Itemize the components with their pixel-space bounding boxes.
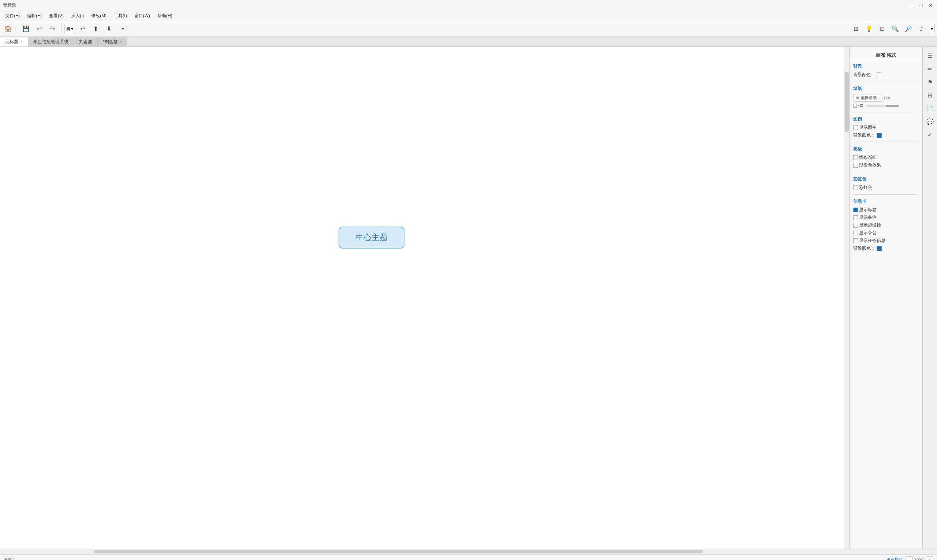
maximize-button[interactable]: □	[918, 2, 925, 9]
share-dropdown[interactable]: ▾	[929, 24, 935, 34]
show-record-checkbox[interactable]	[853, 231, 858, 235]
tab-1[interactable]: 学生信息管理系统	[28, 37, 74, 46]
tab-label-2: 刘金鑫	[79, 39, 92, 45]
menu-item-E[interactable]: 文件(E)	[2, 11, 23, 20]
redo-button[interactable]: ↪	[46, 23, 58, 35]
gradient-label[interactable]: 渐变色效果	[853, 162, 881, 168]
legend-bg-color-row: 背景颜色：	[853, 131, 919, 139]
show-task-row: 显示任务信息	[853, 237, 919, 245]
export-btn[interactable]: ⊟	[876, 23, 888, 35]
rainbow-row: 彩虹色	[853, 184, 919, 191]
list-icon-btn[interactable]: ☰	[924, 50, 936, 62]
show-link-checkbox[interactable]	[853, 223, 858, 228]
divider5	[853, 194, 919, 195]
rainbow-text: 彩虹色	[859, 185, 872, 191]
section-background: 背景 背景颜色：	[849, 61, 922, 80]
save-button[interactable]: 💾	[20, 23, 32, 35]
show-link-label[interactable]: 显示超链接	[853, 222, 881, 228]
horizontal-scrollbar[interactable]	[0, 549, 937, 554]
show-label-checkbox[interactable]	[853, 208, 858, 212]
tab-2[interactable]: 刘金鑫	[74, 37, 98, 46]
minimize-button[interactable]: —	[908, 2, 915, 9]
vertical-scrollbar[interactable]	[844, 47, 849, 549]
show-record-label[interactable]: 显示录音	[853, 230, 877, 236]
bg-color-checkbox[interactable]	[877, 72, 882, 77]
center-node[interactable]: 中心主题	[338, 226, 405, 249]
flag-icon-btn[interactable]: ⚑	[924, 76, 936, 88]
opacity-row: 60	[853, 103, 919, 109]
undo-button[interactable]: ↩	[33, 23, 45, 35]
tab-close-0[interactable]: ×	[20, 40, 23, 44]
show-legend-checkbox[interactable]	[853, 125, 858, 130]
tab-3[interactable]: *刘金鑫×	[98, 37, 128, 46]
doc-icon-btn[interactable]: 📄	[924, 103, 936, 114]
line-taper-row: 线条渐细	[853, 154, 919, 162]
choose-wallpaper-button[interactable]: ⊞ 选择墙纸...	[853, 94, 882, 102]
panel-header: 画布 格式	[849, 49, 922, 61]
line-taper-label[interactable]: 线条渐细	[853, 154, 877, 161]
hscroll-thumb[interactable]	[94, 550, 703, 554]
home-button[interactable]: 🏠	[2, 23, 14, 35]
show-label-label[interactable]: 显示标签	[853, 207, 877, 213]
line-taper-text: 线条渐细	[859, 154, 877, 161]
tab-0[interactable]: 无标题×	[0, 37, 28, 46]
format-btn4[interactable]: ⬇	[103, 23, 115, 35]
share-btn[interactable]: ⤴	[916, 23, 928, 35]
format-dropdown[interactable]: ▤▾	[65, 24, 75, 34]
close-button[interactable]: ✕	[928, 2, 934, 9]
line-taper-checkbox[interactable]	[853, 155, 858, 160]
legend-color-swatch[interactable]	[877, 133, 882, 138]
menu-item-E[interactable]: 编辑(E)	[23, 11, 45, 20]
lightbulb-btn[interactable]: 💡	[863, 23, 875, 35]
zoom-level: 100%	[914, 558, 925, 560]
opacity-slider[interactable]	[866, 105, 899, 107]
vscroll-thumb[interactable]	[845, 72, 849, 132]
show-note-label[interactable]: 显示备注	[853, 214, 877, 221]
check-icon-btn[interactable]: ✓	[924, 129, 936, 140]
menu-item-H[interactable]: 帮助(H)	[154, 11, 176, 20]
rainbow-checkbox[interactable]	[853, 185, 858, 190]
format-btn3[interactable]: ⬆	[90, 23, 102, 35]
show-legend-label[interactable]: 显示图例	[853, 125, 877, 131]
canvas-area[interactable]: 中心主题	[0, 47, 844, 549]
gradient-text: 渐变色效果	[859, 162, 881, 168]
menu-item-I[interactable]: 插入(I)	[67, 11, 88, 20]
zoom-fit-btn[interactable]: 🔍	[889, 23, 901, 35]
zoom-out-button[interactable]: −	[906, 556, 913, 560]
opacity-checkbox[interactable]	[853, 104, 857, 108]
section-wallpaper-title: 墙纸	[853, 86, 919, 92]
menu-item-M[interactable]: 修改(M)	[88, 11, 110, 20]
show-label-text: 显示标签	[859, 207, 877, 213]
menu-item-W[interactable]: 窗口(W)	[131, 11, 154, 20]
tab-label-1: 学生信息管理系统	[33, 39, 68, 45]
chat-icon-btn[interactable]: 💬	[924, 115, 936, 128]
zoom-in-button[interactable]: +	[926, 556, 933, 560]
format-btn2[interactable]: ↩	[77, 23, 88, 35]
opacity-value: 60	[858, 103, 863, 108]
tab-close-3[interactable]: ×	[120, 40, 122, 44]
section-advanced-title: 高级	[853, 146, 919, 152]
section-legend-title: 图例	[853, 116, 919, 122]
show-note-checkbox[interactable]	[853, 215, 858, 220]
layout-btn[interactable]: ⊞	[850, 23, 862, 35]
zoom-control: − 100% +	[906, 556, 933, 560]
brush-icon-btn[interactable]: ✏	[924, 63, 936, 75]
reset-style-link[interactable]: 重置样式	[886, 557, 903, 560]
rainbow-label[interactable]: 彩虹色	[853, 185, 872, 191]
show-legend-row: 显示图例	[853, 124, 919, 131]
gradient-checkbox[interactable]	[853, 163, 858, 168]
infocard-color-swatch[interactable]	[877, 246, 882, 251]
more-tools[interactable]: ···▾	[116, 26, 126, 32]
grid-icon-btn[interactable]: ⊞	[924, 89, 936, 101]
search-btn[interactable]: 🔎	[903, 23, 914, 35]
show-task-text: 显示任务信息	[859, 237, 885, 244]
show-task-checkbox[interactable]	[853, 238, 858, 243]
wallpaper-icon: ⊞	[856, 95, 859, 100]
menu-item-I[interactable]: 工具(I)	[110, 11, 130, 20]
gradient-row: 渐变色效果	[853, 162, 919, 169]
show-task-label[interactable]: 显示任务信息	[853, 237, 885, 244]
tabbar: 无标题×学生信息管理系统刘金鑫*刘金鑫×	[0, 37, 937, 47]
menu-item-V[interactable]: 查看(V)	[45, 11, 67, 20]
show-note-text: 显示备注	[859, 214, 877, 221]
main-area: 中心主题 画布 格式 背景 背景颜色： 墙纸 ⊞ 选择墙纸... ⊟⊠	[0, 47, 937, 549]
